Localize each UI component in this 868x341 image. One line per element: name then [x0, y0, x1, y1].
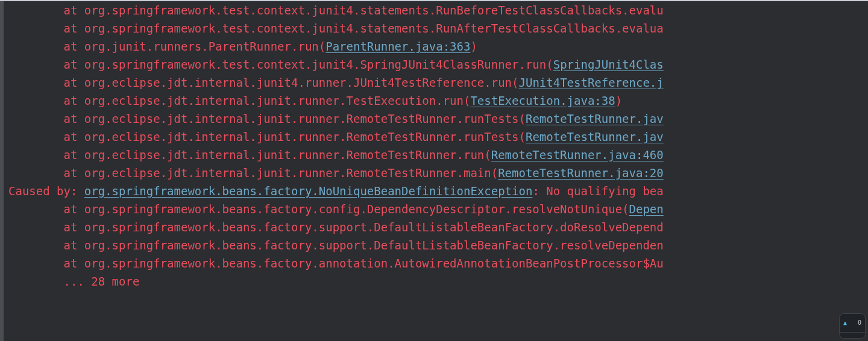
stacktrace-line: at org.springframework.test.context.juni… [8, 55, 868, 74]
source-link[interactable]: ParentRunner.java:363 [326, 40, 470, 53]
arrow-up-icon: ▲ [843, 320, 847, 326]
source-link[interactable]: Depen [629, 202, 664, 216]
stacktrace-line: at org.junit.runners.ParentRunner.run(Pa… [8, 37, 868, 55]
stacktrace-text: at org.eclipse.jdt.internal.junit.runner… [8, 166, 664, 180]
stacktrace-line: at org.eclipse.jdt.internal.junit.runner… [8, 146, 868, 164]
stacktrace-text: at org.springframework.test.context.juni… [8, 4, 664, 17]
stacktrace-line: ... 28 more [8, 272, 868, 290]
stacktrace-line: at org.eclipse.jdt.internal.junit.runner… [8, 110, 868, 128]
scroll-up-row[interactable]: ▲ 0 [840, 314, 865, 332]
source-link[interactable]: JUnit4TestReference.j [519, 76, 664, 89]
stacktrace-text: Caused by: org.springframework.beans.fac… [8, 184, 664, 198]
stacktrace-text: ) [470, 40, 477, 53]
stacktrace-line: at org.springframework.test.context.juni… [8, 19, 868, 37]
source-link[interactable]: SpringJUnit4Clas [553, 58, 664, 71]
scroll-up-count: 0 [858, 314, 861, 332]
stacktrace-text: at org.springframework.beans.factory.sup… [8, 239, 664, 252]
stacktrace-text: at org.junit.runners.ParentRunner.run(Pa… [8, 40, 477, 53]
stacktrace-line: at org.eclipse.jdt.internal.junit4.runne… [8, 74, 868, 92]
stacktrace-text: at org.eclipse.jdt.internal.junit4.runne… [8, 76, 664, 89]
source-link[interactable]: RemoteTestRunner.java:460 [491, 148, 664, 161]
stacktrace-line: at org.eclipse.jdt.internal.junit.runner… [8, 128, 868, 146]
stacktrace-text: at org.eclipse.jdt.internal.junit.runner… [8, 112, 664, 125]
stacktrace-line: at org.springframework.beans.factory.sup… [8, 236, 868, 254]
source-link[interactable]: RemoteTestRunner.java:20 [498, 166, 664, 180]
source-link[interactable]: org.springframework.beans.factory.NoUniq… [84, 184, 533, 198]
stacktrace-text: : No qualifying bea [532, 184, 663, 198]
stacktrace-text: at org.springframework.beans.factory.con… [8, 202, 664, 216]
stacktrace-text: at org.springframework.beans.factory.ann… [8, 257, 664, 270]
stacktrace-text: at org.springframework.test.context.juni… [8, 58, 664, 71]
stacktrace-text: at org.eclipse.jdt.internal.junit.runner… [8, 94, 622, 107]
stacktrace-line: at org.springframework.beans.factory.ann… [8, 254, 868, 272]
scroll-indicator[interactable]: ▲ 0 ▼ 0 [839, 313, 866, 339]
stacktrace-text: at org.eclipse.jdt.internal.junit.runner… [8, 130, 664, 143]
stacktrace-text: ... 28 more [8, 275, 139, 288]
stacktrace-line: at org.springframework.beans.factory.sup… [8, 218, 868, 236]
scroll-down-row[interactable]: ▼ 0 [840, 332, 865, 339]
source-link[interactable]: TestExecution.java:38 [470, 94, 615, 107]
source-link[interactable]: RemoteTestRunner.jav [526, 130, 664, 143]
console-output: at org.springframework.test.context.juni… [4, 1, 868, 341]
stacktrace-text: at org.springframework.test.context.juni… [8, 22, 664, 35]
stacktrace-text: at org.eclipse.jdt.internal.junit.runner… [8, 148, 664, 161]
stacktrace-text: ) [615, 94, 622, 107]
source-link[interactable]: RemoteTestRunner.jav [526, 112, 664, 125]
stacktrace-line: at org.eclipse.jdt.internal.junit.runner… [8, 164, 868, 182]
stacktrace-line: at org.eclipse.jdt.internal.junit.runner… [8, 92, 868, 110]
stacktrace-line: at org.springframework.beans.factory.con… [8, 200, 868, 218]
scroll-down-count: 0 [858, 333, 861, 339]
stacktrace-line: at org.springframework.test.context.juni… [8, 1, 868, 19]
stacktrace-line: Caused by: org.springframework.beans.fac… [8, 182, 868, 200]
stacktrace-text: at org.springframework.beans.factory.sup… [8, 221, 664, 234]
